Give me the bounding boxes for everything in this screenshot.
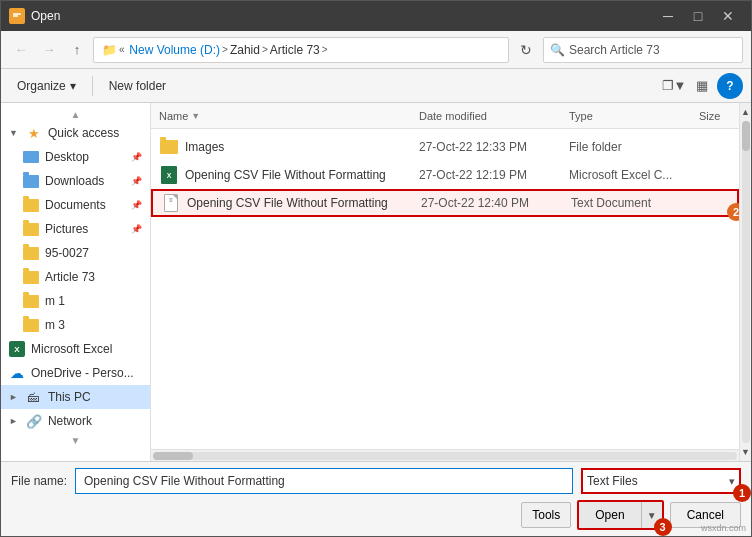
vertical-scrollbar[interactable]: ▲ ▼	[739, 103, 751, 461]
sidebar-item-network[interactable]: ► 🔗 Network	[1, 409, 150, 433]
filetype-select[interactable]: Text Files All Files CSV Files	[581, 468, 741, 494]
badge-3: 3	[654, 518, 672, 536]
new-folder-button[interactable]: New folder	[101, 73, 174, 99]
folder-icon-m1	[23, 293, 39, 309]
minimize-button[interactable]: ─	[653, 1, 683, 31]
file-name-text: Opening CSV File Without Formatting	[187, 196, 421, 210]
sidebar-item-m3[interactable]: m 3	[1, 313, 150, 337]
sidebar-label-article-73: Article 73	[45, 270, 95, 284]
back-button[interactable]: ←	[9, 38, 33, 62]
expand-arrow-quick-access: ▼	[9, 128, 18, 138]
sidebar-label-onedrive: OneDrive - Perso...	[31, 366, 134, 380]
sidebar-label-quick-access: Quick access	[48, 126, 119, 140]
file-name-images: Images	[185, 140, 419, 154]
search-box[interactable]: 🔍	[543, 37, 743, 63]
breadcrumb-item-1: 📁	[102, 43, 117, 57]
open-button[interactable]: Open	[579, 502, 641, 528]
file-item-text[interactable]: ≡ Opening CSV File Without Formatting 27…	[151, 189, 739, 217]
col-sort-arrow: ▼	[191, 111, 200, 121]
breadcrumb[interactable]: 📁 « New Volume (D:) > Zahid > Article 73…	[93, 37, 509, 63]
folder-icon-article-73	[23, 269, 39, 285]
vscroll-up-arrow[interactable]: ▲	[740, 105, 752, 119]
vscroll-thumb[interactable]	[742, 121, 750, 151]
view-buttons: ❐▼ ▦ ?	[661, 73, 743, 99]
sidebar-label-downloads: Downloads	[45, 174, 104, 188]
buttons-row: Tools Open ▼ 3 Cancel	[11, 500, 741, 530]
up-button[interactable]: ↑	[65, 38, 89, 62]
hscroll-track[interactable]	[153, 452, 737, 460]
vscroll-down-arrow[interactable]: ▼	[740, 445, 752, 459]
sidebar-item-quick-access[interactable]: ▼ ★ Quick access	[1, 121, 150, 145]
title-bar: Open ─ □ ✕	[1, 1, 751, 31]
documents-folder-icon	[23, 197, 39, 213]
sidebar-item-pictures[interactable]: Pictures 📌	[1, 217, 150, 241]
sidebar-item-95-0027[interactable]: 95-0027	[1, 241, 150, 265]
filename-row: File name: Text Files All Files CSV File…	[11, 468, 741, 494]
sidebar-item-onedrive[interactable]: ☁ OneDrive - Perso...	[1, 361, 150, 385]
file-item-excel[interactable]: X Opening CSV File Without Formatting 27…	[151, 161, 739, 189]
column-header-type[interactable]: Type	[569, 110, 699, 122]
sidebar-label-microsoft-excel: Microsoft Excel	[31, 342, 112, 356]
breadcrumb-folder2: Article 73	[270, 43, 320, 57]
open-dialog: Open ─ □ ✕ ← → ↑ 📁 « New Volume (D:) > Z…	[0, 0, 752, 537]
sidebar-item-m1[interactable]: m 1	[1, 289, 150, 313]
pc-icon: 🖮	[26, 389, 42, 405]
organize-button[interactable]: Organize ▾	[9, 73, 84, 99]
organize-arrow: ▾	[70, 79, 76, 93]
excel-app-icon: X	[9, 341, 25, 357]
pane-toggle-button[interactable]: ▦	[689, 73, 715, 99]
filename-input[interactable]	[75, 468, 573, 494]
address-bar: ← → ↑ 📁 « New Volume (D:) > Zahid > Arti…	[1, 31, 751, 69]
file-date-images: 27-Oct-22 12:33 PM	[419, 140, 569, 154]
breadcrumb-drive: New Volume (D:)	[129, 43, 220, 57]
close-button[interactable]: ✕	[713, 1, 743, 31]
sidebar-item-microsoft-excel[interactable]: X Microsoft Excel	[1, 337, 150, 361]
refresh-button[interactable]: ↻	[513, 37, 539, 63]
sidebar-label-m3: m 3	[45, 318, 65, 332]
desktop-icon	[23, 149, 39, 165]
star-icon: ★	[26, 125, 42, 141]
breadcrumb-folder1: Zahid	[230, 43, 260, 57]
folder-icon-m3	[23, 317, 39, 333]
file-date-excel: 27-Oct-22 12:19 PM	[419, 168, 569, 182]
excel-file-icon: X	[159, 167, 179, 183]
column-header-date[interactable]: Date modified	[419, 110, 569, 122]
file-type-images: File folder	[569, 140, 699, 154]
sidebar-scroll-bottom: ▼	[1, 433, 150, 447]
maximize-button[interactable]: □	[683, 1, 713, 31]
forward-button[interactable]: →	[37, 38, 61, 62]
filename-label: File name:	[11, 474, 67, 488]
column-header-size[interactable]: Size	[699, 110, 739, 122]
view-toggle-button[interactable]: ❐▼	[661, 73, 687, 99]
sidebar-item-downloads[interactable]: Downloads 📌	[1, 169, 150, 193]
sidebar-item-this-pc[interactable]: ► 🖮 This PC	[1, 385, 150, 409]
search-icon: 🔍	[550, 43, 565, 57]
file-date-text: 27-Oct-22 12:40 PM	[421, 196, 571, 210]
filetype-select-wrapper[interactable]: Text Files All Files CSV Files 1	[581, 468, 741, 494]
hscroll-thumb[interactable]	[153, 452, 193, 460]
vscroll-track[interactable]	[742, 121, 750, 443]
bottom-bar: File name: Text Files All Files CSV File…	[1, 461, 751, 536]
title-bar-title: Open	[31, 9, 647, 23]
sidebar-label-95-0027: 95-0027	[45, 246, 89, 260]
sidebar-scroll-top: ▲	[1, 107, 150, 121]
file-type-excel: Microsoft Excel C...	[569, 168, 699, 182]
sidebar-item-documents[interactable]: Documents 📌	[1, 193, 150, 217]
horizontal-scrollbar[interactable]	[151, 449, 739, 461]
sidebar-item-article-73[interactable]: Article 73	[1, 265, 150, 289]
text-file-icon: ≡	[161, 195, 181, 211]
downloads-folder-icon	[23, 173, 39, 189]
tools-button[interactable]: Tools	[521, 502, 571, 528]
column-header-name[interactable]: Name ▼	[159, 110, 419, 122]
new-folder-label: New folder	[109, 79, 166, 93]
breadcrumb-sep-4: >	[322, 44, 328, 55]
search-input[interactable]	[569, 43, 736, 57]
file-type-text: Text Document	[571, 196, 701, 210]
help-button[interactable]: ?	[717, 73, 743, 99]
breadcrumb-sep-2: >	[222, 44, 228, 55]
file-item-images[interactable]: Images 27-Oct-22 12:33 PM File folder	[151, 133, 739, 161]
sidebar-item-desktop[interactable]: Desktop 📌	[1, 145, 150, 169]
expand-arrow-network: ►	[9, 416, 18, 426]
title-bar-icon	[9, 8, 25, 24]
col-name-label: Name	[159, 110, 188, 122]
